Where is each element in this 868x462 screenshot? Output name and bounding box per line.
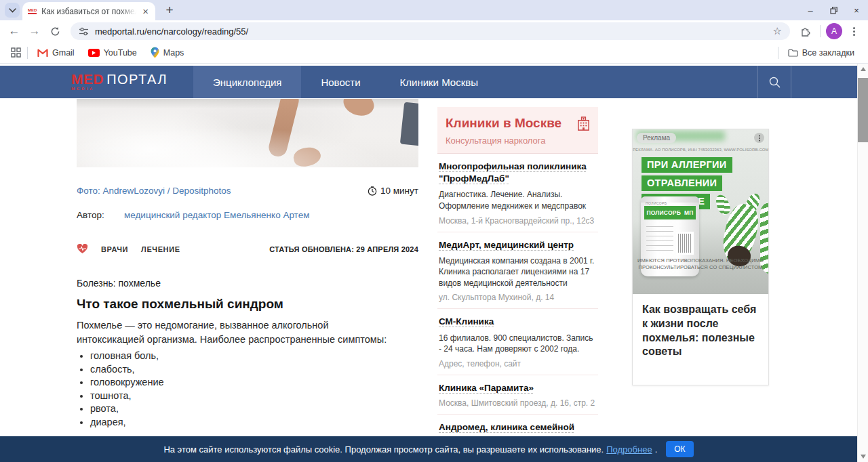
clinic-description: 16 филиалов. 900 специалистов. Запись - …	[439, 333, 597, 355]
toolbar-divider	[820, 25, 821, 37]
clinics-subtitle-link[interactable]: Консультация нарколога	[446, 135, 590, 146]
tab-search-button[interactable]	[5, 3, 20, 18]
clinics-title: Клиники в Москве	[446, 116, 590, 131]
scrollbar-thumb[interactable]	[858, 78, 868, 142]
tag-doctors[interactable]: ВРАЧИ	[101, 245, 128, 253]
cookie-ok-button[interactable]: ОК	[666, 441, 693, 457]
back-button[interactable]: ←	[5, 22, 23, 40]
logo-portal-text: ПОРТАЛ	[106, 72, 167, 87]
read-time-label: 10 минут	[380, 186, 418, 196]
clinic-name-link[interactable]: Клиника «Парамита»	[439, 382, 597, 394]
apps-grid-icon	[11, 47, 21, 58]
close-window-button[interactable]: ×	[845, 0, 868, 20]
ad-card[interactable]: Реклама РЕКЛАМА. АО ПОЛИСОРБ, ИНН 745303…	[632, 129, 769, 385]
zebra-ear	[713, 193, 732, 217]
page-scrollbar[interactable]	[857, 64, 868, 462]
clinic-name-link[interactable]: СМ-Клиника	[439, 316, 597, 328]
bookmarks-divider	[27, 47, 28, 59]
all-bookmarks-button[interactable]: Все закладки	[781, 42, 861, 63]
forward-button[interactable]: →	[26, 22, 43, 40]
clinics-header: Клиники в Москве Консультация нарколога	[437, 107, 598, 154]
browser-window: MED Как избавиться от похмелья и × + – ×…	[0, 0, 868, 462]
nav-item-encyclopedia[interactable]: Энциклопедия	[193, 66, 301, 98]
ad-legal-bottom: ИМЕЮТСЯ ПРОТИВОПОКАЗАНИЯ. НЕОБХОДИМО ПРО…	[633, 257, 768, 271]
apps-grid-button[interactable]	[7, 44, 24, 62]
cookie-more-link[interactable]: Подробнее	[606, 444, 652, 455]
folder-icon	[788, 49, 798, 57]
ad-slogan-line: ПРИ АЛЛЕРГИИ	[642, 157, 732, 173]
page-viewport: MED MEDIA ПОРТАЛ Энциклопедия Новости Кл…	[0, 64, 868, 462]
article-updated: СТАТЬЯ ОБНОВЛЕНА: 29 АПРЕЛЯ 2024	[269, 245, 418, 253]
bookmark-label: Gmail	[52, 48, 75, 58]
youtube-icon	[88, 49, 100, 57]
ad-caption-link[interactable]: Как возвращать себя к жизни после похмел…	[633, 294, 768, 385]
url-text[interactable]: medportal.ru/enc/narcology/reading/55/	[95, 26, 767, 37]
chevron-down-icon	[9, 8, 16, 13]
disease-line: Болезнь: похмелье	[77, 278, 161, 289]
symptom-item: рвота,	[90, 404, 164, 414]
author-link[interactable]: медицинский редактор Емельяненко Артем	[124, 210, 309, 220]
browser-menu-button[interactable]	[845, 22, 863, 40]
ad-image[interactable]: Реклама РЕКЛАМА. АО ПОЛИСОРБ, ИНН 745303…	[633, 129, 768, 294]
clinic-address: Адрес, телефон, сайт	[439, 359, 597, 369]
ad-options-button[interactable]	[754, 133, 764, 143]
scrollbar-down-arrow[interactable]	[861, 455, 866, 459]
symptom-item: головокружение	[90, 377, 164, 387]
site-nav: Энциклопедия Новости Клиники Москвы	[193, 66, 498, 98]
symptom-item: головная боль,	[90, 351, 164, 361]
new-tab-button[interactable]: +	[161, 1, 178, 19]
tab-title: Как избавиться от похмелья и	[41, 7, 136, 16]
site-search-button[interactable]	[757, 66, 791, 98]
cookie-period: .	[655, 444, 658, 455]
bottle-brand: ПОЛИСОРБ	[646, 209, 681, 216]
site-settings-icon[interactable]	[79, 27, 89, 36]
minimize-button[interactable]: –	[799, 0, 822, 20]
tab-close-icon[interactable]: ×	[141, 6, 150, 16]
reload-button[interactable]	[46, 22, 64, 40]
site-logo[interactable]: MED MEDIA ПОРТАЛ	[71, 66, 167, 98]
clinic-description: Медицинская компания создана в 2001 г. К…	[439, 255, 597, 289]
clinic-item: МедиАрт, медицинский центр Медицинская к…	[437, 232, 598, 310]
photo-credit-link[interactable]: Фото: AndrewLozovyi / Depositphotos	[77, 186, 231, 196]
tags-row: ВРАЧИ ЛЕЧЕНИЕ СТАТЬЯ ОБНОВЛЕНА: 29 АПРЕЛ…	[77, 244, 418, 254]
all-bookmarks-label: Все закладки	[802, 48, 854, 58]
nav-item-clinics[interactable]: Клиники Москвы	[380, 66, 498, 98]
author-label: Автор:	[77, 210, 124, 220]
clinics-sidebar: Клиники в Москве Консультация нарколога …	[437, 107, 598, 462]
puzzle-icon	[800, 26, 811, 37]
bookmark-label: Maps	[163, 48, 184, 58]
nav-item-news[interactable]: Новости	[301, 66, 380, 98]
browser-titlebar: MED Как избавиться от похмелья и × + – ×	[0, 0, 868, 20]
clinic-address: ул. Скульптора Мухиной, д. 14	[439, 293, 597, 302]
bookmark-youtube[interactable]: YouTube	[81, 42, 144, 63]
scrollbar-up-arrow[interactable]	[861, 67, 866, 71]
cookie-banner: На этом сайте используются файлы cookie.…	[0, 436, 857, 462]
restore-button[interactable]	[822, 0, 845, 20]
extensions-button[interactable]	[797, 22, 814, 40]
tag-treatment[interactable]: ЛЕЧЕНИЕ	[141, 245, 180, 253]
heart-pulse-icon	[77, 244, 88, 254]
browser-tab[interactable]: MED Как избавиться от похмелья и ×	[22, 2, 155, 20]
bookmark-maps[interactable]: Maps	[144, 42, 191, 63]
address-bar[interactable]: medportal.ru/enc/narcology/reading/55/ ☆	[71, 22, 790, 40]
bottle-label: ПОЛИСОРБ МП	[644, 206, 696, 219]
bottle-brand-small: ПОЛИСОРБ	[646, 201, 667, 205]
ad-badge: Реклама	[637, 133, 676, 143]
symptom-item: слабость,	[90, 364, 164, 375]
bookmarks-divider	[778, 47, 778, 59]
clinic-item: СМ-Клиника 16 филиалов. 900 специалистов…	[437, 309, 598, 375]
bookmark-gmail[interactable]: Gmail	[31, 42, 81, 63]
bottle-barcode	[676, 232, 694, 255]
photo-credit-row: Фото: AndrewLozovyi / Depositphotos 10 м…	[77, 186, 418, 196]
search-icon	[768, 76, 781, 89]
restore-icon	[830, 7, 837, 14]
bookmark-label: YouTube	[104, 48, 137, 58]
bookmarks-bar: Gmail YouTube Maps Все закладки	[0, 42, 868, 64]
clinic-description: Диагностика. Лечение. Анализы. Оформлени…	[439, 189, 597, 211]
bookmark-star-icon[interactable]: ☆	[773, 25, 782, 37]
clinic-name-link[interactable]: Многопрофильная поликлиника "ПрофМедЛаб"	[439, 161, 597, 185]
clinic-name-link[interactable]: МедиАрт, медицинский центр	[439, 239, 597, 251]
author-row: Автор:медицинский редактор Емельяненко А…	[77, 210, 309, 220]
profile-avatar[interactable]: A	[826, 23, 842, 39]
browser-toolbar: ← → medportal.ru/enc/narcology/reading/5…	[0, 20, 868, 42]
